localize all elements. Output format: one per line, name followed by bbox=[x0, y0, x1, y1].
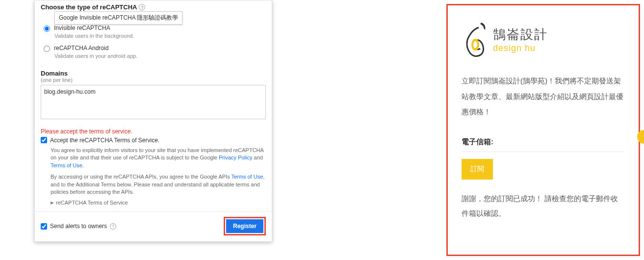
register-highlight: Register bbox=[224, 217, 266, 235]
recaptcha-type-title: Choose the type of reCAPTCHA ? bbox=[41, 3, 266, 11]
domains-title: Domains bbox=[41, 70, 266, 77]
radio-invisible[interactable] bbox=[44, 26, 50, 32]
option-android[interactable]: reCAPTCHA Android bbox=[35, 42, 272, 53]
option-invisible-desc: Validate users in the background. bbox=[35, 33, 272, 42]
privacy-policy-link[interactable]: Privacy Policy bbox=[219, 155, 252, 160]
domains-input[interactable] bbox=[41, 85, 266, 119]
error-message: Please accept the terms of service. bbox=[35, 123, 272, 136]
recaptcha-admin-panel: Choose the type of reCAPTCHA ? Google In… bbox=[34, 0, 272, 242]
option-android-desc: Validate users in your android app. bbox=[35, 53, 272, 62]
radio-android[interactable] bbox=[44, 46, 50, 52]
subscribe-panel: 鵠崙設計 design hu 立即訂閱鵠崙設計(鵠學苑)！我們將不定期發送架站教… bbox=[446, 4, 640, 256]
success-message: 謝謝，您的訂閱已成功！ 請檢查您的電子郵件收件箱以確認。 bbox=[462, 191, 625, 221]
accept-terms-checkbox[interactable] bbox=[41, 137, 47, 143]
tooltip: Google Invisible reCAPTCHA 隱形驗證碼教學 bbox=[54, 11, 182, 25]
help-icon[interactable]: ? bbox=[110, 223, 116, 230]
expand-terms[interactable]: ▶ reCAPTCHA Terms of Service bbox=[35, 198, 272, 208]
chevron-right-icon: ▶ bbox=[51, 200, 54, 205]
terms-of-use-link[interactable]: Terms of Use bbox=[51, 162, 82, 168]
subscribe-description: 立即訂閱鵠崙設計(鵠學苑)！我們將不定期發送架站教學文章、最新網站版型介紹以及網… bbox=[462, 73, 625, 120]
divider bbox=[462, 152, 625, 152]
terms-paragraph-1: You agree to explicitly inform visitors … bbox=[35, 145, 272, 171]
send-alerts-label: Send alerts to owners bbox=[50, 223, 107, 230]
pelican-logo-icon bbox=[462, 20, 489, 59]
register-button[interactable]: Register bbox=[226, 219, 263, 233]
terms-paragraph-2: By accessing or using the reCAPTCHA APIs… bbox=[35, 171, 272, 198]
svg-point-1 bbox=[473, 41, 477, 48]
logo: 鵠崙設計 design hu bbox=[462, 20, 625, 59]
domains-hint: (one per line) bbox=[41, 77, 266, 85]
email-label: 電子信箱: bbox=[462, 137, 625, 147]
api-terms-link[interactable]: Terms of Use bbox=[232, 174, 263, 180]
logo-text-cn: 鵠崙設計 bbox=[493, 26, 548, 43]
help-icon[interactable]: ? bbox=[139, 4, 145, 10]
accept-terms-label: Accept the reCAPTCHA Terms of Service. bbox=[50, 137, 159, 144]
send-alerts-checkbox[interactable] bbox=[41, 223, 47, 230]
subscribe-button[interactable]: 訂閱 bbox=[462, 159, 493, 180]
logo-text-en: design hu bbox=[493, 43, 548, 53]
